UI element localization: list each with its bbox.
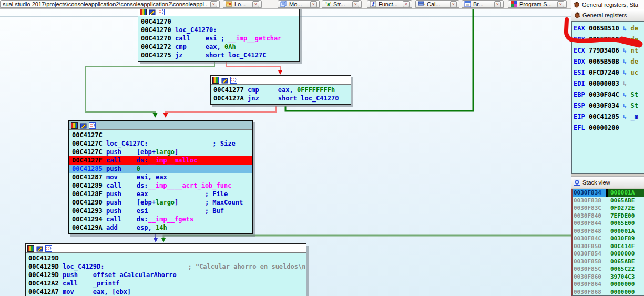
code-line[interactable]: 00C41287 mov esi, eax (69, 173, 252, 181)
node-loc_C41270[interactable]: 00C4127000C41270 loc_C41270:00C41270 cal… (138, 8, 300, 62)
palette-icon[interactable] (71, 122, 78, 129)
register-row-eip[interactable]: EIP 00C41285 ↳ _m (572, 111, 644, 123)
panel-title-bar[interactable]: General registers, Sta (571, 0, 644, 9)
tab-functions[interactable]: fFunct...× (367, 0, 412, 8)
code-line[interactable]: 00C412A7 mov eax, [ebx] (26, 288, 306, 296)
current-ip-line[interactable]: 00C41285 push 0 (69, 165, 252, 173)
graph-icon[interactable] (230, 77, 237, 84)
code-line[interactable]: 00C4127C push [ebp+largo] (69, 148, 252, 156)
code-line[interactable]: 00C41275 jz short loc_C4127C (138, 51, 299, 59)
tab-modules[interactable]: Mo...× (278, 0, 320, 8)
edit-icon[interactable] (149, 8, 156, 15)
code-line[interactable]: 00C4127A jnz short loc_C41270 (211, 94, 351, 103)
stack-row[interactable]: 0030F834000001A (573, 189, 644, 197)
tab-close-icon[interactable]: × (210, 1, 217, 7)
edit-icon[interactable] (221, 77, 228, 84)
stack-row[interactable]: 0030F83C0FD272E (573, 205, 644, 212)
code-line[interactable]: 00C4129D (26, 254, 306, 262)
stack-row[interactable]: 0030F848000001A (573, 228, 644, 236)
code-line[interactable]: 00C41294 call ds:__imp__fgets (69, 215, 252, 223)
stack-row[interactable]: 0030F8540000000 (573, 250, 644, 258)
node-loc_C4129D[interactable]: 00C4129D00C4129D loc_C4129D: ; "Calcular… (25, 243, 306, 296)
code-line[interactable]: 00C4129D loc_C4129D: ; "Calcular ahorro … (26, 262, 306, 271)
tab-strings[interactable]: 's'Str...× (322, 0, 362, 8)
tab-program-segmentation[interactable]: Program S...× (508, 0, 567, 8)
tab-label: Mo... (289, 1, 308, 7)
tab-close-icon[interactable]: × (494, 1, 501, 7)
palette-icon[interactable] (140, 8, 147, 15)
node-icon-bar (138, 8, 299, 16)
graph-icon[interactable] (158, 8, 165, 15)
stack-row[interactable]: 0030F84C0030F89 (573, 235, 644, 243)
stack-row[interactable]: 0030F85000C414F (573, 243, 644, 251)
node-loc_C4127C[interactable]: 00C4127C00C4127C loc_C4127C: ; Size00C41… (68, 120, 253, 234)
breakpoint-line[interactable]: 00C4127F call ds:__imp__malloc (69, 156, 252, 165)
stack-row[interactable]: 0030F8580065ABE (573, 258, 644, 266)
code-line[interactable]: 00C4128F push eax ; File (69, 190, 252, 198)
code-line[interactable]: 00C4127C loc_C4127C: ; Size (69, 139, 252, 148)
tab-close-icon[interactable]: × (557, 1, 564, 7)
tab-callstack[interactable]: Cal...× (415, 0, 459, 8)
register-row-edi[interactable]: EDI 00000003 ↳ (572, 78, 644, 89)
node-00C41277[interactable]: 00C41277 cmp eax, 0FFFFFFFFh00C4127A jnz… (210, 75, 351, 105)
code-line[interactable]: 00C41289 call ds:__imp____acrt_iob_func (69, 181, 252, 190)
register-row-ebx[interactable]: EBX 0065B510 ↳ de (572, 34, 644, 45)
tab-close-icon[interactable]: × (403, 1, 410, 7)
stack-row[interactable]: 0030F8380065ABE (573, 197, 644, 205)
graph-icon[interactable] (45, 245, 52, 252)
program-segmentation-icon (510, 1, 517, 7)
registers-view[interactable]: EAX 0065B510 ↳ deEBX 0065B510 ↳ deECX 77… (571, 21, 644, 174)
tab-label: sual studio 2017\projects\consoleapplica… (3, 1, 208, 7)
stack-view-title: Stack view (582, 179, 610, 186)
code-line[interactable]: 00C41270 call esi ; __imp__getchar (138, 34, 299, 43)
edge-from-right-to-b4 (163, 236, 571, 239)
node-icon-bar (26, 244, 306, 253)
register-row-efl[interactable]: EFL 00000200 (572, 123, 644, 134)
register-row-ecx[interactable]: ECX 779D3406 ↳ nt (572, 45, 644, 56)
tab-main-document[interactable]: sual studio 2017\projects\consoleapplica… (0, 0, 220, 8)
code-line[interactable]: 00C41272 cmp eax, 0Ah (138, 43, 299, 51)
edit-icon[interactable] (36, 245, 43, 252)
tab-close-icon[interactable]: × (450, 1, 457, 7)
tab-close-icon[interactable]: × (252, 1, 259, 7)
panel-title: General registers, Sta (582, 2, 638, 8)
code-line[interactable]: 00C4129D push offset aCalcularAhorro (26, 271, 306, 279)
stack-row[interactable]: 0030F8407EFDE00 (573, 212, 644, 220)
stack-view[interactable]: 0030F834000001A0030F8380065ABE0030F83C0F… (571, 189, 644, 296)
stack-row[interactable]: 0030F86039704C3 (573, 273, 644, 281)
tab-close-icon[interactable]: × (352, 1, 359, 7)
register-row-ebp[interactable]: EBP 0030F84C ↳ St (572, 89, 644, 100)
register-row-edx[interactable]: EDX 0065B50B ↳ de (572, 56, 644, 67)
edge-jump-true-b1-to-b3 (85, 59, 214, 115)
tab-breakpoints[interactable]: Br...× (462, 0, 504, 8)
code-line[interactable]: 00C4129A add esp, 14h (69, 223, 252, 232)
palette-icon[interactable] (27, 245, 34, 252)
tab-close-icon[interactable]: × (310, 1, 317, 7)
code-line[interactable]: 00C4127C (69, 131, 252, 139)
node-icon-bar (69, 121, 252, 130)
stack-row[interactable]: 0030F8680000000 (573, 289, 644, 296)
tab-label: Funct... (379, 1, 401, 7)
code-line[interactable]: 00C412A2 call _printf (26, 279, 306, 288)
palette-icon[interactable] (212, 77, 219, 84)
tab-locals[interactable]: Lo...× (223, 0, 262, 8)
stack-row[interactable]: 0030F85C0065C22 (573, 266, 644, 273)
register-row-esp[interactable]: ESP 0030F834 ↳ St (572, 100, 644, 111)
stack-row[interactable]: 0030F8640000000 (573, 281, 644, 289)
register-row-eax[interactable]: EAX 0065B510 ↳ de (572, 23, 644, 34)
strings-icon: 's' (324, 1, 331, 7)
edge-fallthrough-b2-to-b3 (166, 106, 276, 115)
code-line[interactable]: 00C41293 push esi ; Buf (69, 207, 252, 215)
code-line[interactable]: 00C41270 loc_C41270: (138, 26, 299, 34)
stack-view-title-bar[interactable]: Stack view (571, 176, 644, 188)
register-row-esi[interactable]: ESI 0FCD7240 ↳ uc (572, 67, 644, 78)
code-line[interactable]: 00C41290 push [ebp+largo] ; MaxCount (69, 198, 252, 207)
tab-label: Cal... (427, 1, 448, 7)
graph-icon[interactable] (89, 122, 96, 129)
code-line[interactable]: 00C41277 cmp eax, 0FFFFFFFFh (211, 86, 351, 94)
code-line[interactable]: 00C41270 (138, 17, 299, 26)
stack-row[interactable]: 0030F8440065E00 (573, 220, 644, 228)
disassembly-graph[interactable]: 00C4127000C41270 loc_C41270:00C41270 cal… (0, 8, 571, 296)
general-registers-title-bar[interactable]: General registers (571, 9, 644, 21)
edit-icon[interactable] (80, 122, 87, 129)
